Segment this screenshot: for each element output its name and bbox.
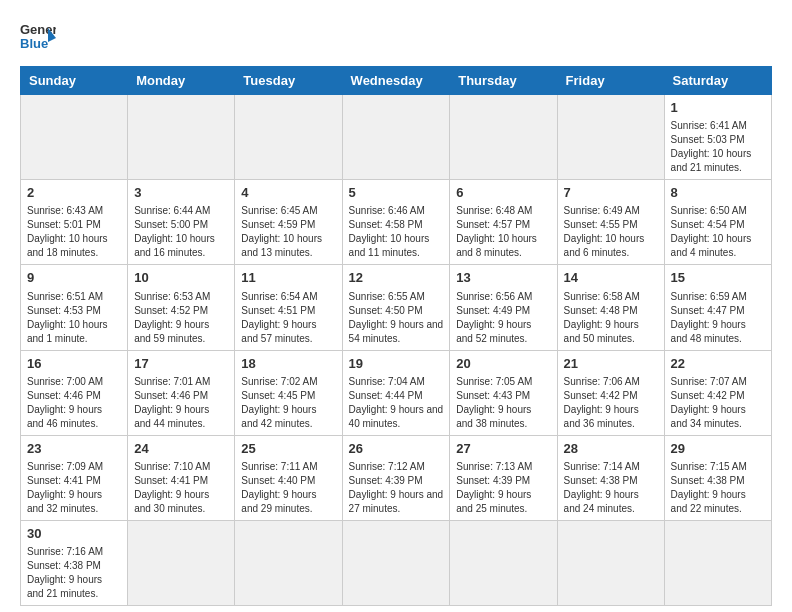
day-info: Sunrise: 6:49 AM Sunset: 4:55 PM Dayligh…	[564, 204, 658, 260]
calendar-week-row: 9Sunrise: 6:51 AM Sunset: 4:53 PM Daylig…	[21, 265, 772, 350]
calendar-cell: 23Sunrise: 7:09 AM Sunset: 4:41 PM Dayli…	[21, 435, 128, 520]
calendar-week-row: 30Sunrise: 7:16 AM Sunset: 4:38 PM Dayli…	[21, 520, 772, 605]
calendar-cell: 9Sunrise: 6:51 AM Sunset: 4:53 PM Daylig…	[21, 265, 128, 350]
calendar-cell	[664, 520, 771, 605]
day-info: Sunrise: 7:16 AM Sunset: 4:38 PM Dayligh…	[27, 545, 121, 601]
calendar-cell: 19Sunrise: 7:04 AM Sunset: 4:44 PM Dayli…	[342, 350, 450, 435]
day-number: 5	[349, 184, 444, 202]
calendar-cell: 13Sunrise: 6:56 AM Sunset: 4:49 PM Dayli…	[450, 265, 557, 350]
calendar-cell: 28Sunrise: 7:14 AM Sunset: 4:38 PM Dayli…	[557, 435, 664, 520]
day-number: 9	[27, 269, 121, 287]
day-info: Sunrise: 7:01 AM Sunset: 4:46 PM Dayligh…	[134, 375, 228, 431]
calendar-cell: 10Sunrise: 6:53 AM Sunset: 4:52 PM Dayli…	[128, 265, 235, 350]
calendar-cell	[450, 520, 557, 605]
day-info: Sunrise: 7:06 AM Sunset: 4:42 PM Dayligh…	[564, 375, 658, 431]
day-number: 2	[27, 184, 121, 202]
calendar-cell: 21Sunrise: 7:06 AM Sunset: 4:42 PM Dayli…	[557, 350, 664, 435]
day-number: 16	[27, 355, 121, 373]
day-info: Sunrise: 6:45 AM Sunset: 4:59 PM Dayligh…	[241, 204, 335, 260]
calendar-cell	[557, 520, 664, 605]
day-info: Sunrise: 7:12 AM Sunset: 4:39 PM Dayligh…	[349, 460, 444, 516]
day-info: Sunrise: 7:00 AM Sunset: 4:46 PM Dayligh…	[27, 375, 121, 431]
calendar-cell: 7Sunrise: 6:49 AM Sunset: 4:55 PM Daylig…	[557, 180, 664, 265]
calendar-week-row: 1Sunrise: 6:41 AM Sunset: 5:03 PM Daylig…	[21, 95, 772, 180]
day-number: 28	[564, 440, 658, 458]
calendar-cell: 11Sunrise: 6:54 AM Sunset: 4:51 PM Dayli…	[235, 265, 342, 350]
day-number: 27	[456, 440, 550, 458]
day-number: 7	[564, 184, 658, 202]
day-info: Sunrise: 6:59 AM Sunset: 4:47 PM Dayligh…	[671, 290, 765, 346]
weekday-header: Sunday	[21, 67, 128, 95]
day-number: 25	[241, 440, 335, 458]
day-number: 6	[456, 184, 550, 202]
day-number: 8	[671, 184, 765, 202]
day-info: Sunrise: 7:10 AM Sunset: 4:41 PM Dayligh…	[134, 460, 228, 516]
day-info: Sunrise: 6:46 AM Sunset: 4:58 PM Dayligh…	[349, 204, 444, 260]
day-info: Sunrise: 7:04 AM Sunset: 4:44 PM Dayligh…	[349, 375, 444, 431]
day-info: Sunrise: 7:05 AM Sunset: 4:43 PM Dayligh…	[456, 375, 550, 431]
weekday-header: Thursday	[450, 67, 557, 95]
calendar-cell: 24Sunrise: 7:10 AM Sunset: 4:41 PM Dayli…	[128, 435, 235, 520]
calendar-cell: 14Sunrise: 6:58 AM Sunset: 4:48 PM Dayli…	[557, 265, 664, 350]
day-info: Sunrise: 6:48 AM Sunset: 4:57 PM Dayligh…	[456, 204, 550, 260]
day-info: Sunrise: 7:13 AM Sunset: 4:39 PM Dayligh…	[456, 460, 550, 516]
day-number: 13	[456, 269, 550, 287]
calendar-cell	[342, 95, 450, 180]
day-number: 26	[349, 440, 444, 458]
day-info: Sunrise: 6:55 AM Sunset: 4:50 PM Dayligh…	[349, 290, 444, 346]
day-number: 11	[241, 269, 335, 287]
day-number: 24	[134, 440, 228, 458]
weekday-header: Friday	[557, 67, 664, 95]
day-info: Sunrise: 6:41 AM Sunset: 5:03 PM Dayligh…	[671, 119, 765, 175]
day-number: 14	[564, 269, 658, 287]
page-header: General Blue	[20, 20, 772, 56]
day-number: 4	[241, 184, 335, 202]
calendar-cell: 2Sunrise: 6:43 AM Sunset: 5:01 PM Daylig…	[21, 180, 128, 265]
calendar-cell	[128, 520, 235, 605]
calendar-cell	[21, 95, 128, 180]
calendar-cell: 17Sunrise: 7:01 AM Sunset: 4:46 PM Dayli…	[128, 350, 235, 435]
day-info: Sunrise: 6:56 AM Sunset: 4:49 PM Dayligh…	[456, 290, 550, 346]
calendar-cell: 18Sunrise: 7:02 AM Sunset: 4:45 PM Dayli…	[235, 350, 342, 435]
calendar-cell: 15Sunrise: 6:59 AM Sunset: 4:47 PM Dayli…	[664, 265, 771, 350]
day-number: 20	[456, 355, 550, 373]
calendar-cell: 27Sunrise: 7:13 AM Sunset: 4:39 PM Dayli…	[450, 435, 557, 520]
day-info: Sunrise: 6:58 AM Sunset: 4:48 PM Dayligh…	[564, 290, 658, 346]
calendar-cell: 29Sunrise: 7:15 AM Sunset: 4:38 PM Dayli…	[664, 435, 771, 520]
calendar-week-row: 16Sunrise: 7:00 AM Sunset: 4:46 PM Dayli…	[21, 350, 772, 435]
weekday-header: Tuesday	[235, 67, 342, 95]
day-number: 29	[671, 440, 765, 458]
day-number: 1	[671, 99, 765, 117]
day-info: Sunrise: 6:54 AM Sunset: 4:51 PM Dayligh…	[241, 290, 335, 346]
day-info: Sunrise: 6:44 AM Sunset: 5:00 PM Dayligh…	[134, 204, 228, 260]
calendar-week-row: 2Sunrise: 6:43 AM Sunset: 5:01 PM Daylig…	[21, 180, 772, 265]
day-number: 10	[134, 269, 228, 287]
calendar-cell: 22Sunrise: 7:07 AM Sunset: 4:42 PM Dayli…	[664, 350, 771, 435]
calendar-cell: 4Sunrise: 6:45 AM Sunset: 4:59 PM Daylig…	[235, 180, 342, 265]
day-number: 3	[134, 184, 228, 202]
calendar-table: SundayMondayTuesdayWednesdayThursdayFrid…	[20, 66, 772, 606]
day-info: Sunrise: 7:14 AM Sunset: 4:38 PM Dayligh…	[564, 460, 658, 516]
svg-text:Blue: Blue	[20, 36, 48, 51]
calendar-cell	[450, 95, 557, 180]
day-number: 15	[671, 269, 765, 287]
logo: General Blue	[20, 20, 56, 56]
calendar-cell	[342, 520, 450, 605]
calendar-cell: 8Sunrise: 6:50 AM Sunset: 4:54 PM Daylig…	[664, 180, 771, 265]
weekday-header: Saturday	[664, 67, 771, 95]
calendar-cell	[235, 520, 342, 605]
calendar-week-row: 23Sunrise: 7:09 AM Sunset: 4:41 PM Dayli…	[21, 435, 772, 520]
weekday-header-row: SundayMondayTuesdayWednesdayThursdayFrid…	[21, 67, 772, 95]
calendar-cell	[557, 95, 664, 180]
day-info: Sunrise: 6:50 AM Sunset: 4:54 PM Dayligh…	[671, 204, 765, 260]
day-info: Sunrise: 7:02 AM Sunset: 4:45 PM Dayligh…	[241, 375, 335, 431]
day-number: 17	[134, 355, 228, 373]
day-info: Sunrise: 6:43 AM Sunset: 5:01 PM Dayligh…	[27, 204, 121, 260]
weekday-header: Monday	[128, 67, 235, 95]
calendar-cell: 1Sunrise: 6:41 AM Sunset: 5:03 PM Daylig…	[664, 95, 771, 180]
day-number: 23	[27, 440, 121, 458]
day-number: 12	[349, 269, 444, 287]
day-info: Sunrise: 7:07 AM Sunset: 4:42 PM Dayligh…	[671, 375, 765, 431]
day-number: 19	[349, 355, 444, 373]
day-number: 22	[671, 355, 765, 373]
